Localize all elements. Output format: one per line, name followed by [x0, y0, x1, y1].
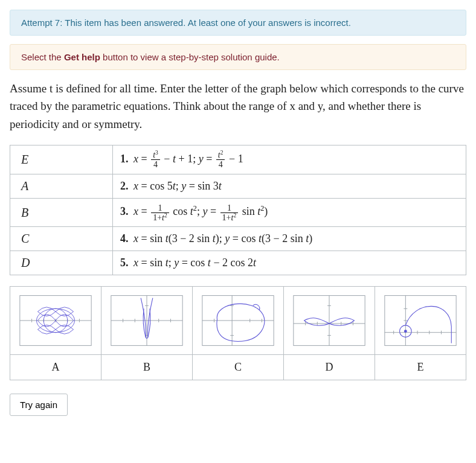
graph-cell-b: [101, 287, 193, 355]
help-text-pre: Select the: [21, 52, 64, 62]
graph-label-e: E: [375, 355, 466, 380]
graph-c: [196, 290, 280, 351]
graph-cell-e: [375, 287, 466, 355]
graph-d: [288, 290, 371, 351]
answer-cell[interactable]: A: [10, 174, 113, 198]
graph-label-d: D: [284, 355, 375, 380]
table-row: D5. x = sin t; y = cos t − 2 cos 2t: [10, 251, 466, 275]
graph-cell-d: [284, 287, 375, 355]
equation-cell: 1. x = t34 − t + 1; y = t24 − 1: [113, 145, 466, 174]
graph-label-c: C: [193, 355, 284, 380]
equation-cell: 4. x = sin t(3 − 2 sin t); y = cos t(3 −…: [113, 227, 466, 251]
graph-label-a: A: [10, 355, 101, 380]
equation-cell: 2. x = cos 5t; y = sin 3t: [113, 174, 466, 198]
table-row: A2. x = cos 5t; y = sin 3t: [10, 174, 466, 198]
question-text: Assume t is defined for all time. Enter …: [10, 80, 466, 133]
answer-cell[interactable]: E: [10, 145, 113, 174]
graph-e: [379, 290, 462, 351]
answer-cell[interactable]: C: [10, 227, 113, 251]
help-text-bold: Get help: [64, 52, 100, 62]
graph-cell-a: [10, 287, 101, 355]
equation-cell: 5. x = sin t; y = cos t − 2 cos 2t: [113, 251, 466, 275]
answer-cell[interactable]: D: [10, 251, 113, 275]
table-row: B3. x = 11+t2 cos t2; y = 11+t2 sin t2): [10, 198, 466, 226]
try-again-button[interactable]: Try again: [10, 394, 68, 416]
graph-a: [14, 290, 97, 351]
equation-cell: 3. x = 11+t2 cos t2; y = 11+t2 sin t2): [113, 198, 466, 226]
help-text-post: button to view a step-by-step solution g…: [100, 52, 280, 62]
answer-cell[interactable]: B: [10, 198, 113, 226]
svg-point-45: [404, 330, 407, 333]
graph-table: A B C D E: [10, 286, 466, 380]
graph-label-b: B: [101, 355, 193, 380]
graph-b: [105, 290, 188, 351]
answer-table: E1. x = t34 − t + 1; y = t24 − 1A2. x = …: [10, 145, 466, 275]
table-row: E1. x = t34 − t + 1; y = t24 − 1: [10, 145, 466, 174]
svg-rect-35: [385, 296, 456, 346]
graph-cell-c: [193, 287, 284, 355]
table-row: C4. x = sin t(3 − 2 sin t); y = cos t(3 …: [10, 227, 466, 251]
attempt-alert: Attempt 7: This item has been answered. …: [10, 10, 466, 36]
help-alert: Select the Get help button to view a ste…: [10, 44, 466, 70]
